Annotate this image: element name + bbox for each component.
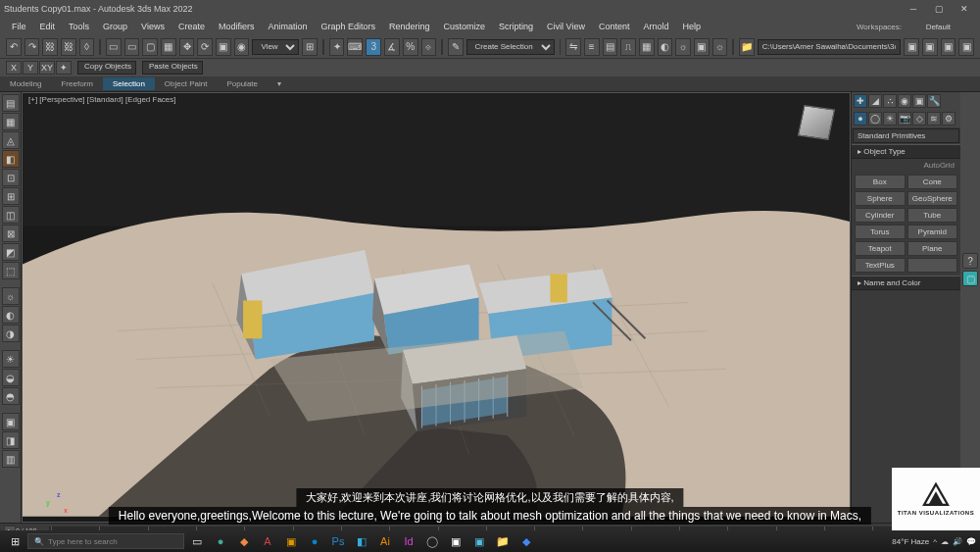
schematic-button[interactable]: ▦ [639,38,655,56]
teapot-button[interactable]: Teapot [855,241,906,256]
help-icon[interactable]: ? [962,253,978,269]
named-selection-dropdown[interactable]: Create Selection Se [466,39,555,55]
mirror-button[interactable]: ⇋ [565,38,581,56]
align-button[interactable]: ≡ [584,38,600,56]
tool-icon[interactable]: ⊞ [2,187,20,205]
app-icon[interactable]: Id [398,532,419,550]
app-icon[interactable]: ▣ [445,532,466,550]
app-icon[interactable]: ◯ [421,532,443,550]
geometry-icon[interactable]: ● [854,112,867,125]
use-center-button[interactable]: ⊞ [302,38,318,56]
tube-button[interactable]: Tube [907,208,958,223]
tray-notifications-icon[interactable]: 💬 [966,537,976,546]
tool-icon[interactable]: ◫ [2,206,20,224]
menu-group[interactable]: Group [97,20,133,33]
select-name-button[interactable]: ▭ [124,38,140,56]
app-icon[interactable]: ◧ [351,532,372,550]
crease-explorer-icon[interactable]: ◬ [2,131,20,149]
geosphere-button[interactable]: GeoSphere [907,191,958,206]
undo-button[interactable]: ↶ [6,38,22,56]
ribbon-populate[interactable]: Populate [217,77,268,90]
window-crossing-button[interactable]: ▦ [161,38,176,56]
material-editor-button[interactable]: ◐ [658,38,673,56]
app-icon[interactable]: ◆ [233,532,255,550]
menu-content[interactable]: Content [593,20,636,33]
tool-icon[interactable]: ◑ [2,325,20,342]
name-color-rollout[interactable]: ▸ Name and Color [852,276,960,290]
scale-button[interactable]: ▣ [216,38,231,56]
task-view-icon[interactable]: ▭ [186,532,208,550]
maximize-button[interactable]: ▢ [927,2,951,16]
viewcube[interactable] [795,101,838,144]
pyramid-button[interactable]: Pyramid [907,225,958,239]
render-button[interactable]: ☼ [712,38,728,56]
autogrid-checkbox[interactable]: AutoGrid [852,159,960,172]
app-icon[interactable]: ▣ [468,532,490,550]
angle-snap-button[interactable]: ∡ [384,38,400,56]
viewport[interactable]: [+] [Perspective] [Standard] [Edged Face… [22,92,851,523]
select-object-button[interactable]: ▭ [106,38,122,56]
tool-icon[interactable]: ⊠ [2,225,20,242]
menu-help[interactable]: Help [676,20,707,33]
copy-objects-dropdown[interactable]: Copy Objects [77,61,136,75]
edit-named-sel-button[interactable]: ✎ [448,38,464,56]
modify-tab-icon[interactable]: ◢ [868,94,882,108]
ribbon-objectpaint[interactable]: Object Paint [155,77,218,90]
xyz-constraint[interactable]: ✦ [56,61,72,75]
menu-animation[interactable]: Animation [262,20,313,33]
ref-coord-dropdown[interactable]: View [252,39,299,55]
ribbon-modeling[interactable]: Modeling [0,77,51,90]
tool-icon[interactable]: ◩ [2,243,20,261]
cylinder-button[interactable]: Cylinder [855,208,906,223]
menu-scripting[interactable]: Scripting [493,20,539,33]
box-button[interactable]: Box [855,175,906,189]
textplus-button[interactable]: TextPlus [855,258,906,273]
ribbon-selection[interactable]: Selection [103,77,155,90]
systems-icon[interactable]: ⚙ [942,112,956,125]
bind-button[interactable]: ◊ [79,38,95,56]
plane-button[interactable]: Plane [907,241,958,256]
taskbar-search[interactable]: 🔍 Type here to search [27,533,184,549]
spinner-snap-button[interactable]: ⟐ [421,38,437,56]
start-button[interactable]: ⊞ [4,532,25,550]
menu-views[interactable]: Views [135,20,171,33]
utilities-tab-icon[interactable]: 🔧 [927,94,941,108]
placement-button[interactable]: ◉ [234,38,250,56]
asset2-button[interactable]: ▣ [922,38,938,56]
ribbon-freeform[interactable]: Freeform [51,77,102,90]
rotate-button[interactable]: ⟳ [197,38,213,56]
app-icon[interactable]: ● [304,532,325,550]
app-icon[interactable]: ◆ [515,532,537,550]
menu-tools[interactable]: Tools [63,20,95,33]
torus-button[interactable]: Torus [855,225,906,239]
render-setup-button[interactable]: ☼ [675,38,691,56]
tool-icon[interactable]: ☀ [2,350,20,368]
unlink-button[interactable]: ⛓ [61,38,76,56]
shapes-icon[interactable]: ◯ [868,112,882,125]
menu-civilview[interactable]: Civil View [541,20,591,33]
cone-button[interactable]: Cone [907,175,958,189]
paste-objects-dropdown[interactable]: Paste Objects [142,61,203,75]
project-path-field[interactable] [758,39,902,55]
menu-file[interactable]: File [6,20,32,33]
keyboard-shortcut-button[interactable]: ⌨ [347,38,363,56]
ribbon-collapse-icon[interactable]: ▾ [268,77,291,90]
motion-tab-icon[interactable]: ◉ [898,94,911,108]
tool-icon[interactable]: ☼ [2,287,20,305]
app-icon[interactable]: Ps [327,532,349,550]
app-icon[interactable]: 📁 [492,532,514,550]
layer-explorer-icon[interactable]: ▦ [2,113,20,130]
cameras-icon[interactable]: 📷 [898,112,911,125]
select-region-button[interactable]: ▢ [142,38,158,56]
curve-editor-button[interactable]: ⎍ [620,38,636,56]
tray-icon[interactable]: ☁ [941,537,949,546]
percent-snap-button[interactable]: % [403,38,418,56]
menu-modifiers[interactable]: Modifiers [213,20,261,33]
select-manipulate-button[interactable]: ✦ [329,38,345,56]
tool-icon[interactable]: ◓ [2,387,20,405]
close-button[interactable]: ✕ [953,2,976,16]
menu-edit[interactable]: Edit [34,20,62,33]
tray-icon[interactable]: 🔊 [953,537,962,546]
asset3-button[interactable]: ▣ [941,38,956,56]
asset4-button[interactable]: ▣ [958,38,974,56]
